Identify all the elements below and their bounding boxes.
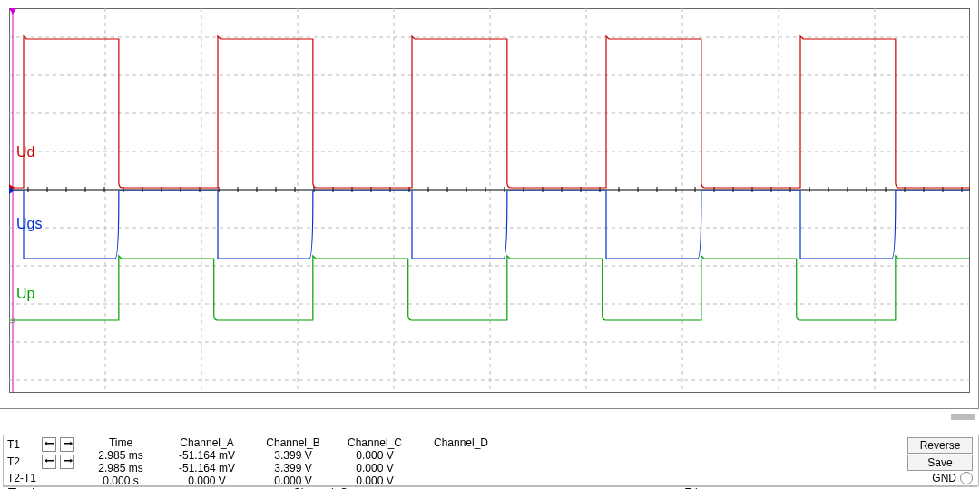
cursor-row-t1: T1 🠔 🠖 bbox=[7, 437, 74, 452]
gnd-toggle[interactable]: GND bbox=[932, 472, 973, 484]
t1-left-button[interactable]: 🠔 bbox=[42, 437, 56, 452]
cell: 0.000 V bbox=[162, 474, 252, 487]
svg-marker-72 bbox=[9, 8, 16, 15]
cell: 2.985 ms bbox=[80, 462, 162, 474]
col-header: Channel_D bbox=[416, 436, 506, 449]
cell: -51.164 mV bbox=[162, 462, 252, 474]
cell: 3.399 V bbox=[252, 449, 334, 462]
cursor-label-t2: T2 bbox=[7, 455, 38, 468]
save-button[interactable]: Save bbox=[907, 455, 973, 471]
col-header: Channel_B bbox=[252, 436, 334, 449]
gnd-radio-icon bbox=[960, 472, 973, 484]
right-buttons: Reverse Save GND bbox=[902, 435, 978, 485]
cell bbox=[416, 449, 506, 461]
cell: -51.164 mV bbox=[162, 449, 252, 462]
cell: 0.000 V bbox=[334, 449, 416, 462]
scope-area[interactable]: Ud Ugs Up bbox=[9, 8, 970, 393]
cell: 0.000 s bbox=[80, 474, 162, 487]
t2-right-button[interactable]: 🠖 bbox=[60, 455, 74, 469]
scope-frame: Ud Ugs Up bbox=[0, 0, 979, 409]
cell: 0.000 V bbox=[334, 462, 416, 474]
col-header: Channel_C bbox=[334, 436, 416, 449]
reverse-button[interactable]: Reverse bbox=[907, 437, 973, 454]
cell: 3.399 V bbox=[252, 462, 334, 474]
col-channel_d: Channel_D bbox=[416, 436, 506, 485]
cursor-controls: T1 🠔 🠖 T2 🠔 🠖 T2-T1 bbox=[4, 435, 80, 485]
cell: 0.000 V bbox=[252, 474, 334, 487]
col-header: Channel_A bbox=[162, 436, 252, 449]
cell: 2.985 ms bbox=[80, 449, 162, 462]
cursor-data-table: Time2.985 ms2.985 ms0.000 sChannel_A-51.… bbox=[80, 435, 506, 485]
col-header: Time bbox=[80, 436, 162, 449]
col-channel_b: Channel_B3.399 V3.399 V0.000 V bbox=[252, 436, 334, 485]
panel-resize-handle[interactable] bbox=[951, 414, 975, 420]
gnd-label: GND bbox=[932, 472, 956, 484]
waveform-canvas bbox=[9, 8, 970, 393]
t2-left-button[interactable]: 🠔 bbox=[42, 455, 56, 469]
col-channel_a: Channel_A-51.164 mV-51.164 mV0.000 V bbox=[162, 436, 252, 485]
col-time: Time2.985 ms2.985 ms0.000 s bbox=[80, 436, 162, 485]
cell: 0.000 V bbox=[334, 474, 416, 487]
cursor-label-t1: T1 bbox=[7, 438, 38, 451]
oscilloscope-window: Ud Ugs Up T1 🠔 🠖 T2 🠔 🠖 T2-T1 Time2.985 … bbox=[0, 0, 980, 489]
cursor-panel: T1 🠔 🠖 T2 🠔 🠖 T2-T1 Time2.985 ms2.985 ms… bbox=[3, 435, 979, 486]
cell bbox=[416, 461, 506, 473]
cursor-row-diff: T2-T1 bbox=[7, 472, 38, 484]
cursor-row-t2: T2 🠔 🠖 bbox=[7, 455, 74, 469]
col-channel_c: Channel_C0.000 V0.000 V0.000 V bbox=[334, 436, 416, 485]
cell bbox=[416, 474, 506, 485]
t1-right-button[interactable]: 🠖 bbox=[60, 437, 74, 452]
cursor-label-diff: T2-T1 bbox=[7, 472, 38, 484]
